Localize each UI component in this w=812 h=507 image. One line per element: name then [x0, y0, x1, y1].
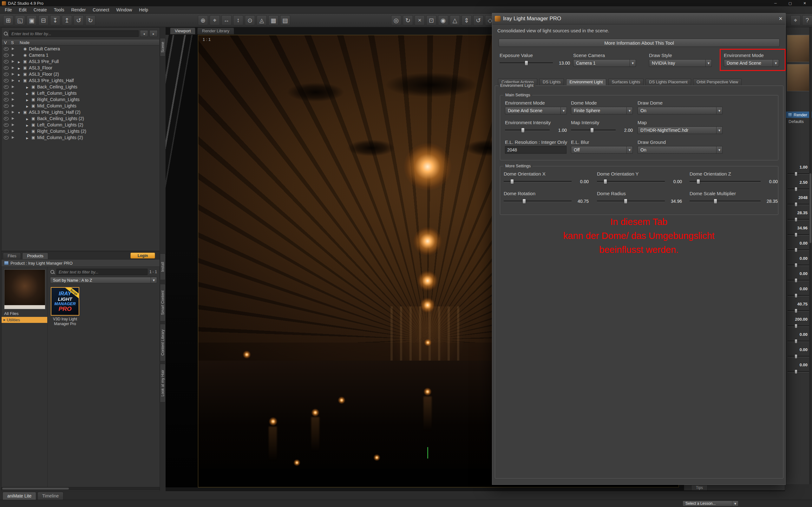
- close-icon[interactable]: [798, 0, 812, 6]
- selection-arrow-icon[interactable]: [12, 98, 14, 101]
- expander-icon[interactable]: [25, 91, 30, 96]
- selection-arrow-icon[interactable]: [12, 86, 14, 88]
- slider-handle[interactable]: [522, 199, 526, 204]
- visibility-eye-icon[interactable]: [4, 92, 9, 95]
- scale-tool-icon[interactable]: ◬: [257, 15, 267, 25]
- node-label[interactable]: Mid_Column_Lights (2): [37, 135, 83, 140]
- tab-timeline[interactable]: Timeline: [38, 492, 63, 500]
- el-resolution-field[interactable]: [505, 146, 566, 154]
- expander-icon[interactable]: [25, 103, 30, 108]
- expander-icon[interactable]: [17, 65, 21, 70]
- parameter-slider[interactable]: 0.00▲▼: [786, 361, 812, 375]
- visibility-eye-icon[interactable]: [4, 66, 9, 70]
- save-as-icon[interactable]: ⊟: [38, 15, 49, 25]
- node-label[interactable]: ASL3_Floor (2): [29, 72, 59, 77]
- selection-arrow-icon[interactable]: [12, 54, 14, 56]
- tab-render-library[interactable]: Render Library: [197, 27, 234, 34]
- parameter-slider[interactable]: 200.00▲▼: [786, 316, 812, 330]
- product-store-thumbnail[interactable]: [4, 269, 45, 309]
- parameter-slider[interactable]: 40.75▲▼: [786, 300, 812, 314]
- export-icon[interactable]: ↥: [62, 15, 72, 25]
- slider-handle[interactable]: [624, 199, 627, 204]
- visibility-eye-icon[interactable]: [4, 60, 9, 63]
- parameter-slider[interactable]: 2.50▲▼: [786, 179, 812, 193]
- menu-file[interactable]: File: [1, 6, 15, 13]
- tree-row[interactable]: Mid_Column_Lights (2): [2, 134, 159, 141]
- tree-row[interactable]: Right_Column_Lights: [2, 96, 159, 103]
- vertical-scrollbar[interactable]: [809, 27, 812, 484]
- tree-row[interactable]: Back_Ceiling_Lights: [2, 83, 159, 90]
- selection-arrow-icon[interactable]: [12, 105, 14, 107]
- menu-render[interactable]: Render: [67, 6, 89, 13]
- minimize-icon[interactable]: [768, 0, 783, 6]
- dialog-tab-orbit-perspective-view[interactable]: Orbit Perspective View: [693, 78, 742, 85]
- tree-row[interactable]: Back_Ceiling_Lights (2): [2, 115, 159, 122]
- perspective-view-icon[interactable]: △: [450, 15, 460, 25]
- menu-window[interactable]: Window: [113, 6, 136, 13]
- tree-row[interactable]: ASL3 !Pre_Lights_Half: [2, 77, 159, 83]
- universal-tool-icon[interactable]: ⊙: [245, 15, 255, 25]
- content-thumbnail[interactable]: [787, 35, 812, 62]
- tab-viewport[interactable]: Viewport: [170, 27, 195, 34]
- parameter-slider[interactable]: 0.00▲▼: [786, 346, 812, 360]
- node-label[interactable]: Left_Column_Lights (2): [37, 122, 84, 127]
- node-label[interactable]: Default Camera: [29, 46, 60, 51]
- expander-icon[interactable]: [25, 135, 30, 140]
- content-thumbnail[interactable]: [787, 64, 812, 91]
- scene-navigator-icon[interactable]: ◎: [391, 15, 401, 25]
- dialog-tab-ds-lights-placement[interactable]: DS Lights Placement: [646, 78, 691, 85]
- exposure-value-slider[interactable]: 13.00: [500, 59, 570, 67]
- tree-row[interactable]: ASL3 !Pre_Lights_Half (2): [2, 109, 159, 115]
- node-label[interactable]: ASL3 !Pre_Lights_Half: [29, 78, 74, 83]
- filter-prev-icon[interactable]: ◂: [140, 30, 148, 37]
- dome-radius-slider[interactable]: 34.96: [597, 198, 682, 205]
- environment-mode-dropdown[interactable]: Dome And Scene: [505, 107, 567, 114]
- expander-icon[interactable]: [25, 116, 30, 121]
- scrollbar-thumb[interactable]: [2, 488, 69, 490]
- map-dropdown[interactable]: DTHDR-NightTimeC.hdr: [638, 126, 722, 134]
- expander-icon[interactable]: [17, 110, 21, 115]
- tree-row[interactable]: Default Camera: [2, 46, 159, 52]
- lesson-dropdown[interactable]: Select a Lesson...: [682, 501, 739, 506]
- redo-icon[interactable]: ↻: [85, 15, 96, 25]
- el-blur-dropdown[interactable]: Off: [571, 146, 633, 154]
- scene-camera-dropdown[interactable]: Camera 1: [573, 59, 636, 67]
- menu-edit[interactable]: Edit: [15, 6, 30, 13]
- parameter-slider[interactable]: 2048▲▼: [786, 194, 812, 208]
- product-card[interactable]: IRAY LIGHT MANAGER PRO Script V3D Iray L…: [51, 287, 79, 326]
- expander-icon[interactable]: [17, 72, 21, 77]
- visibility-eye-icon[interactable]: [4, 47, 9, 51]
- horizontal-scrollbar[interactable]: [1, 487, 160, 490]
- dome-scale-multiplier-slider[interactable]: 28.35: [690, 198, 778, 205]
- expander-icon[interactable]: [25, 122, 30, 127]
- visibility-eye-icon[interactable]: [4, 136, 9, 139]
- node-label[interactable]: Right_Column_Lights (2): [37, 129, 86, 134]
- dolly-camera-icon[interactable]: ⇕: [461, 15, 472, 25]
- translate-tool-icon[interactable]: ↔: [221, 15, 232, 25]
- visibility-eye-icon[interactable]: [4, 98, 9, 101]
- more-information-button[interactable]: More Information About This Tool: [499, 39, 780, 47]
- node-label[interactable]: ASL3_Floor: [29, 65, 52, 70]
- menu-connect[interactable]: Connect: [89, 6, 113, 13]
- selection-arrow-icon[interactable]: [12, 111, 14, 113]
- selection-arrow-icon[interactable]: [12, 92, 14, 95]
- visibility-eye-icon[interactable]: [4, 72, 9, 76]
- new-file-icon[interactable]: ⊞: [3, 15, 13, 25]
- render-item[interactable]: Render: [786, 112, 812, 118]
- slider-handle[interactable]: [521, 128, 525, 133]
- undo-icon[interactable]: ↺: [73, 15, 84, 25]
- expander-icon[interactable]: [25, 129, 30, 134]
- slider-handle[interactable]: [510, 179, 514, 184]
- side-tab-install[interactable]: Install: [160, 253, 165, 280]
- tree-row[interactable]: Right_Column_Lights (2): [2, 128, 159, 134]
- geometry-editor-icon[interactable]: ▤: [280, 15, 290, 25]
- rotate-tool-icon[interactable]: ↕: [233, 15, 243, 25]
- parameter-slider[interactable]: 1.00▲▼: [786, 164, 812, 177]
- selection-arrow-icon[interactable]: [12, 117, 14, 120]
- side-tab-look-at-my-hair[interactable]: Look at my Hair: [160, 364, 165, 402]
- expander-icon[interactable]: [17, 59, 21, 64]
- environment-intensity-slider[interactable]: 1.00: [505, 126, 567, 134]
- draw-ground-dropdown[interactable]: On: [638, 146, 722, 154]
- parameter-slider[interactable]: 0.00▲▼: [786, 255, 812, 269]
- node-label[interactable]: Left_Column_Lights: [37, 91, 77, 96]
